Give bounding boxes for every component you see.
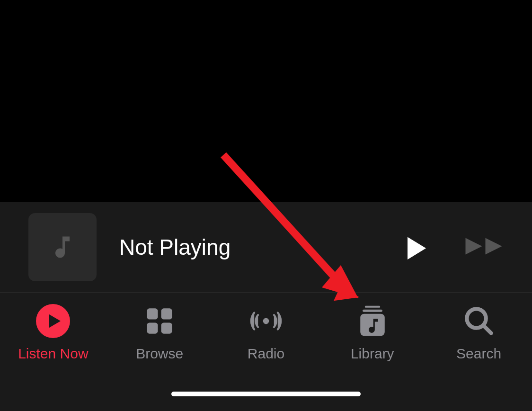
radio-icon xyxy=(249,304,283,338)
now-playing-bar[interactable]: Not Playing xyxy=(0,202,532,293)
svg-rect-2 xyxy=(161,308,172,319)
album-art-placeholder xyxy=(28,213,97,281)
svg-rect-7 xyxy=(363,310,382,312)
tab-label-search: Search xyxy=(456,346,501,362)
home-indicator[interactable] xyxy=(171,392,361,396)
svg-rect-4 xyxy=(161,323,172,334)
tab-library[interactable]: Library xyxy=(325,304,420,362)
svg-rect-6 xyxy=(365,306,380,308)
playback-controls xyxy=(401,233,504,261)
tab-browse[interactable]: Browse xyxy=(112,304,207,362)
forward-icon xyxy=(464,235,504,258)
home-indicator-area xyxy=(0,377,532,411)
svg-line-10 xyxy=(484,326,491,333)
tab-bar: Listen Now Browse R xyxy=(0,293,532,377)
search-icon xyxy=(462,304,496,338)
music-note-icon xyxy=(48,233,77,261)
tab-listen-now[interactable]: Listen Now xyxy=(6,304,100,362)
tab-label-library: Library xyxy=(351,346,394,362)
forward-button[interactable] xyxy=(464,235,504,259)
tab-label-radio: Radio xyxy=(248,346,284,362)
content-area xyxy=(0,0,532,202)
svg-rect-1 xyxy=(147,308,158,319)
play-icon xyxy=(401,233,426,259)
play-button[interactable] xyxy=(401,233,426,261)
now-playing-status: Not Playing xyxy=(119,234,401,260)
library-icon xyxy=(355,304,390,338)
svg-rect-3 xyxy=(147,323,158,334)
tab-search[interactable]: Search xyxy=(432,304,526,362)
tab-label-listen-now: Listen Now xyxy=(18,346,88,362)
tab-label-browse: Browse xyxy=(136,346,183,362)
browse-icon xyxy=(142,304,177,338)
listen-now-icon xyxy=(36,304,70,338)
tab-radio[interactable]: Radio xyxy=(219,304,313,362)
svg-point-5 xyxy=(263,318,269,324)
